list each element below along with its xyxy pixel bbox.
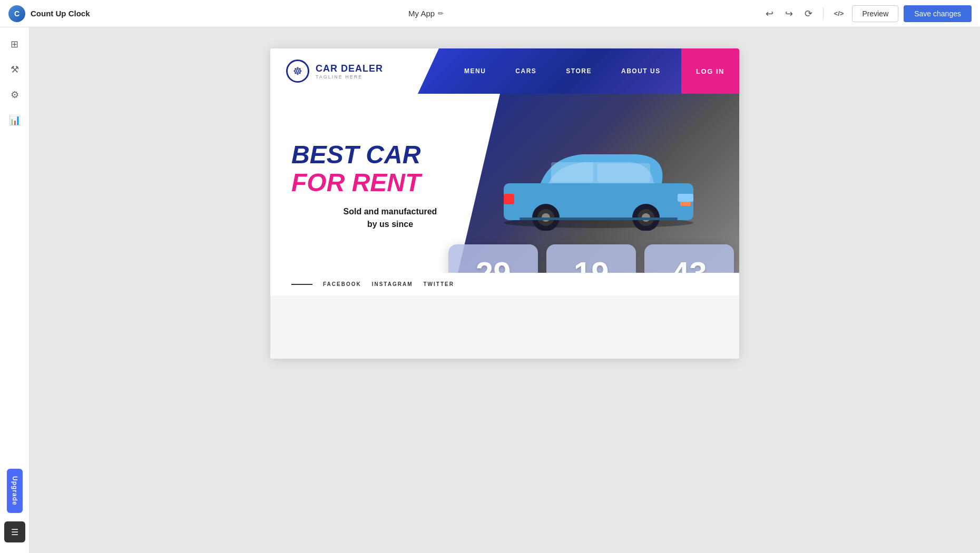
sidebar-item-tools[interactable]: ⚒ — [4, 59, 25, 80]
app-name-label: My App — [408, 9, 435, 18]
sidebar: ⊞ ⚒ ⚙ 📊 Upgrade ☰ — [0, 27, 30, 553]
sidebar-bottom-icon[interactable]: ☰ — [4, 521, 25, 542]
sidebar-item-grid[interactable]: ⊞ — [4, 34, 25, 55]
nav-store[interactable]: STORE — [551, 67, 606, 75]
undo-button[interactable]: ↩ — [762, 6, 777, 22]
app-title: Count Up Clock — [31, 9, 90, 18]
nav-about[interactable]: ABOUT US — [606, 67, 675, 75]
settings-icon: ⚙ — [11, 89, 19, 101]
preview-frame: ☸ CAR DEALER TAGLINE HERE MENU CARS STOR… — [270, 48, 739, 359]
canvas-area: ☸ CAR DEALER TAGLINE HERE MENU CARS STOR… — [30, 27, 980, 553]
edit-icon[interactable]: ✏ — [438, 9, 444, 17]
topbar-right: ↩ ↪ ⟳ </> Preview Save changes — [762, 5, 972, 22]
menu-icon: ☰ — [11, 527, 18, 537]
code-button[interactable]: </> — [831, 7, 847, 19]
social-divider — [291, 284, 312, 285]
cd-logo-area: ☸ CAR DEALER TAGLINE HERE — [270, 48, 418, 94]
timer-hours-value: 19 — [546, 244, 636, 273]
upgrade-button[interactable]: Upgrade — [7, 469, 23, 513]
svg-rect-1 — [504, 183, 693, 220]
svg-rect-5 — [680, 202, 691, 206]
topbar: C Count Up Clock My App ✏ ↩ ↪ ⟳ </> Prev… — [0, 0, 980, 27]
brand-name: CAR DEALER — [316, 63, 383, 74]
divider — [823, 7, 824, 20]
analytics-icon: 📊 — [9, 114, 21, 126]
timer-days-card: 29 Days — [448, 244, 538, 273]
sidebar-item-analytics[interactable]: 📊 — [4, 110, 25, 131]
history-button[interactable]: ⟳ — [801, 6, 816, 22]
cd-login-button[interactable]: LOG IN — [681, 48, 739, 94]
cd-logo-text: CAR DEALER TAGLINE HERE — [316, 63, 383, 80]
social-facebook[interactable]: FACEBOOK — [323, 281, 361, 287]
car-svg — [488, 136, 709, 231]
cd-social-bar: FACEBOOK INSTAGRAM TWITTER — [270, 273, 739, 295]
preview-button[interactable]: Preview — [852, 5, 898, 22]
topbar-center: My App ✏ — [408, 9, 444, 18]
topbar-left: C Count Up Clock — [8, 5, 90, 22]
timer-hours-card: 19 Hours — [546, 244, 636, 273]
cd-header: ☸ CAR DEALER TAGLINE HERE MENU CARS STOR… — [270, 48, 739, 94]
hero-title-line2: FOR RENT — [291, 169, 489, 197]
timer-days-value: 29 — [448, 244, 538, 273]
tools-icon: ⚒ — [11, 64, 19, 75]
sidebar-item-settings[interactable]: ⚙ — [4, 84, 25, 105]
svg-rect-2 — [551, 162, 593, 182]
cd-nav: MENU CARS STORE ABOUT US — [418, 48, 681, 94]
social-twitter[interactable]: TWITTER — [423, 281, 454, 287]
hero-subtitle: Sold and manufactured by us since — [291, 205, 489, 231]
svg-rect-13 — [520, 218, 678, 220]
svg-rect-6 — [504, 194, 514, 204]
nav-cars[interactable]: CARS — [501, 67, 551, 75]
main-area: ⊞ ⚒ ⚙ 📊 Upgrade ☰ ☸ CAR D — [0, 27, 980, 553]
nav-menu[interactable]: MENU — [449, 67, 501, 75]
svg-rect-4 — [678, 194, 693, 202]
save-button[interactable]: Save changes — [904, 5, 972, 22]
redo-button[interactable]: ↪ — [782, 6, 796, 22]
brand-tagline: TAGLINE HERE — [316, 74, 383, 80]
grid-icon: ⊞ — [11, 38, 18, 50]
app-logo-icon: C — [8, 5, 25, 22]
cd-bottom-section — [270, 295, 739, 359]
svg-rect-3 — [597, 163, 650, 182]
hero-title-line1: BEST CAR — [291, 141, 489, 169]
car-logo-icon: ☸ — [286, 60, 309, 83]
wheel-icon: ☸ — [293, 65, 302, 77]
social-instagram[interactable]: INSTAGRAM — [372, 281, 413, 287]
timer-minutes-value: 43 — [644, 244, 734, 273]
cd-hero: BEST CAR FOR RENT Sold and manufactured … — [270, 94, 739, 273]
timer-minutes-card: 43 Minutes — [644, 244, 734, 273]
